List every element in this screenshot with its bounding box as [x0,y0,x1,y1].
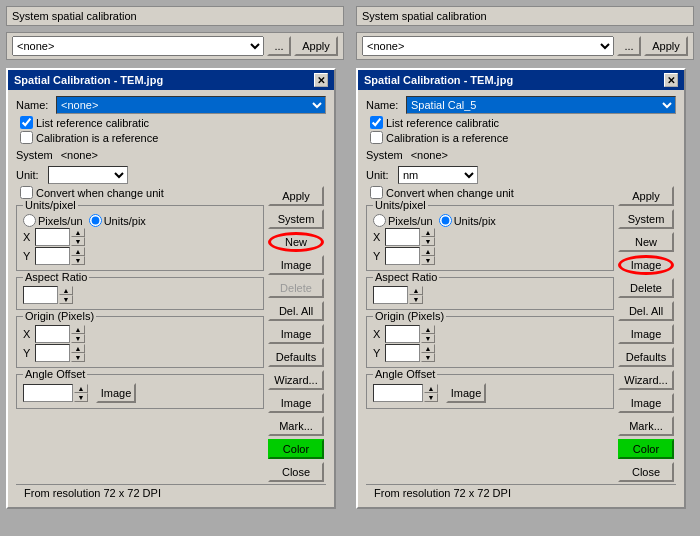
right-ox-up[interactable]: ▲ [421,325,435,334]
right-angle-input[interactable]: 0 [373,384,423,402]
left-unit-label: Unit: [16,169,44,181]
right-image-button1[interactable]: Image [618,255,674,275]
left-image-button3[interactable]: Image [268,393,324,413]
right-system-title: System spatial calibration [362,10,487,22]
left-delete-button[interactable]: Delete [268,278,324,298]
right-unit-select[interactable]: nm [398,166,478,184]
left-y-down[interactable]: ▼ [71,256,85,265]
left-angle-down[interactable]: ▼ [74,393,88,402]
right-wizard-button[interactable]: Wizard... [618,370,674,390]
right-oy-down[interactable]: ▼ [421,353,435,362]
left-system-button[interactable]: System [268,209,324,229]
right-new-button[interactable]: New [618,232,674,252]
left-oy-label: Y [23,347,31,359]
right-x-down[interactable]: ▼ [421,237,435,246]
left-x-label: X [23,231,31,243]
right-del-all-button[interactable]: Del. All [618,301,674,321]
right-x-input[interactable]: 1 [385,228,420,246]
left-ellipsis-button[interactable]: ... [267,36,291,56]
right-name-label: Name: [366,99,402,111]
left-x-input[interactable]: 1 [35,228,70,246]
left-oy-up[interactable]: ▲ [71,344,85,353]
left-system-value: <none> [61,149,98,161]
left-convert-check[interactable] [20,186,33,199]
right-name-select[interactable]: Spatial Cal_5 [406,96,676,114]
right-angle-up[interactable]: ▲ [424,384,438,393]
left-pixels-un-radio[interactable]: Pixels/un [23,214,83,227]
left-aspect-input[interactable]: 1 [23,286,58,304]
right-units-pix-radio[interactable]: Units/pix [439,214,496,227]
right-oy-input[interactable]: 0 [385,344,420,362]
left-oy-input[interactable]: 0 [35,344,70,362]
right-aspect-down[interactable]: ▼ [409,295,423,304]
right-color-button[interactable]: Color [618,439,674,459]
left-dialog-title: Spatial Calibration - TEM.jpg [14,74,163,86]
left-wizard-button[interactable]: Wizard... [268,370,324,390]
right-mark-button[interactable]: Mark... [618,416,674,436]
left-convert-label: Convert when change unit [36,187,164,199]
left-y-up[interactable]: ▲ [71,247,85,256]
right-top-select[interactable]: <none> [362,36,614,56]
right-ox-down[interactable]: ▼ [421,334,435,343]
left-ox-input[interactable]: 0 [35,325,70,343]
left-aspect-down[interactable]: ▼ [59,295,73,304]
left-close-button[interactable]: Close [268,462,324,482]
left-dialog-close[interactable]: ✕ [314,73,328,87]
right-image-button3[interactable]: Image [618,393,674,413]
right-image-button2[interactable]: Image [618,324,674,344]
left-image-button1[interactable]: Image [268,255,324,275]
right-y-input[interactable]: 1 [385,247,420,265]
left-ox-up[interactable]: ▲ [71,325,85,334]
left-aspect-title: Aspect Ratio [23,271,89,283]
left-mark-button[interactable]: Mark... [268,416,324,436]
right-close-button[interactable]: Close [618,462,674,482]
left-color-button[interactable]: Color [268,439,324,459]
left-angle-image-button[interactable]: Image [96,383,136,403]
left-system-label: System [16,149,53,161]
right-oy-up[interactable]: ▲ [421,344,435,353]
right-pixels-un-radio[interactable]: Pixels/un [373,214,433,227]
left-unit-select[interactable] [48,166,128,184]
right-apply-unit-button[interactable]: Apply [618,186,674,206]
right-angle-down[interactable]: ▼ [424,393,438,402]
left-aspect-up[interactable]: ▲ [59,286,73,295]
right-resolution: From resolution 72 x 72 DPI [366,484,676,501]
left-apply-unit-button[interactable]: Apply [268,186,324,206]
left-y-input[interactable]: 1 [35,247,70,265]
right-delete-button[interactable]: Delete [618,278,674,298]
left-apply-button[interactable]: Apply [294,36,338,56]
right-y-up[interactable]: ▲ [421,247,435,256]
left-defaults-button[interactable]: Defaults [268,347,324,367]
left-top-select[interactable]: <none> [12,36,264,56]
left-angle-input[interactable]: 0 [23,384,73,402]
left-angle-up[interactable]: ▲ [74,384,88,393]
right-dialog-close[interactable]: ✕ [664,73,678,87]
left-units-pix-radio[interactable]: Units/pix [89,214,146,227]
right-cal-ref-check[interactable] [370,131,383,144]
right-y-down[interactable]: ▼ [421,256,435,265]
left-cal-ref-check[interactable] [20,131,33,144]
left-list-ref-check[interactable] [20,116,33,129]
right-ellipsis-button[interactable]: ... [617,36,641,56]
left-name-select[interactable]: <none> [56,96,326,114]
right-units-pixel-title: Units/pixel [373,199,428,211]
left-image-button2[interactable]: Image [268,324,324,344]
left-ox-down[interactable]: ▼ [71,334,85,343]
right-list-ref-check[interactable] [370,116,383,129]
left-new-button[interactable]: New [268,232,324,252]
right-x-up[interactable]: ▲ [421,228,435,237]
left-del-all-button[interactable]: Del. All [268,301,324,321]
right-ox-input[interactable]: 0 [385,325,420,343]
right-defaults-button[interactable]: Defaults [618,347,674,367]
right-system-button[interactable]: System [618,209,674,229]
left-x-up[interactable]: ▲ [71,228,85,237]
left-x-down[interactable]: ▼ [71,237,85,246]
right-aspect-input[interactable]: 1 [373,286,408,304]
right-aspect-up[interactable]: ▲ [409,286,423,295]
right-convert-check[interactable] [370,186,383,199]
right-ox-label: X [373,328,381,340]
left-units-pixel-title: Units/pixel [23,199,78,211]
right-apply-button[interactable]: Apply [644,36,688,56]
right-angle-image-button[interactable]: Image [446,383,486,403]
left-oy-down[interactable]: ▼ [71,353,85,362]
